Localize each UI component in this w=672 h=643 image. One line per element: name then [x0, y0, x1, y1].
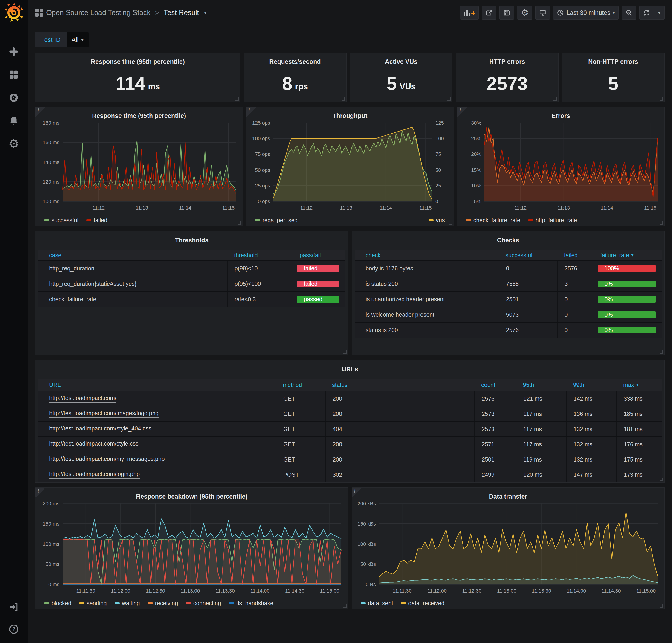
- column-header[interactable]: threshold: [227, 250, 293, 260]
- count-cell: 2501: [474, 452, 516, 467]
- url-link[interactable]: http://test.loadimpact.com/style_404.css: [49, 425, 151, 433]
- resize-handle[interactable]: [344, 604, 347, 608]
- resize-handle[interactable]: [341, 97, 345, 101]
- resize-handle[interactable]: [660, 221, 663, 225]
- breadcrumb-page[interactable]: Test Result: [164, 9, 199, 17]
- resize-handle[interactable]: [344, 350, 347, 354]
- legend-item-tls_handshake[interactable]: tls_handshake: [229, 600, 273, 607]
- check-cell: is unauthorized header present: [354, 292, 499, 307]
- stat-title[interactable]: Non-HTTP errors: [588, 53, 638, 65]
- legend-item-sending[interactable]: sending: [79, 600, 107, 607]
- url-link[interactable]: http://test.loadimpact.com/style.css: [49, 440, 138, 448]
- legend-item-check_failure_rate[interactable]: check_failure_rate: [466, 217, 520, 223]
- legend-item-reqs_per_sec[interactable]: reqs_per_sec: [255, 217, 297, 223]
- legend-item-data_received[interactable]: data_received: [401, 600, 444, 607]
- dashboard-settings-button[interactable]: ⚙: [517, 6, 532, 20]
- column-header[interactable]: failed: [557, 250, 594, 260]
- column-header[interactable]: status: [325, 379, 474, 391]
- panel-info-icon[interactable]: i: [35, 487, 46, 498]
- column-header[interactable]: max▾: [616, 379, 662, 391]
- check-cell: status is 200: [354, 323, 499, 338]
- column-header[interactable]: failure_rate▾: [594, 250, 662, 260]
- column-header[interactable]: method: [276, 379, 325, 391]
- sign-in-icon[interactable]: [8, 602, 19, 612]
- help-icon[interactable]: ?: [8, 624, 19, 635]
- cycle-view-button[interactable]: [535, 6, 550, 20]
- data-transfer-chart[interactable]: 0 Bs50 kBs100 kBs150 kBs200 kBs11:11:301…: [352, 500, 664, 597]
- testid-variable[interactable]: Test ID All ▾: [35, 32, 89, 47]
- resize-handle[interactable]: [660, 350, 663, 354]
- resize-handle[interactable]: [235, 97, 239, 101]
- testid-value-dropdown[interactable]: All ▾: [66, 32, 89, 47]
- panel-info-icon[interactable]: i: [457, 107, 468, 117]
- refresh-interval-button[interactable]: ▾: [654, 6, 664, 20]
- share-button[interactable]: [482, 6, 496, 20]
- panel-info-icon[interactable]: i: [246, 107, 257, 117]
- breadcrumb-dashboard[interactable]: Open Source Load Testing Stack: [46, 9, 150, 17]
- column-header[interactable]: pass/fail: [293, 250, 346, 260]
- explore-compass-icon[interactable]: [8, 92, 19, 103]
- resize-handle[interactable]: [449, 221, 452, 225]
- url-link[interactable]: http://test.loadimpact.com/my_messages.p…: [49, 456, 165, 463]
- legend-item-data_sent[interactable]: data_sent: [361, 600, 393, 607]
- column-header[interactable]: count: [474, 379, 516, 391]
- breadcrumb-caret-icon[interactable]: ▾: [204, 10, 207, 16]
- zoom-out-button[interactable]: [622, 6, 636, 20]
- legend-item-successful[interactable]: successful: [44, 217, 78, 223]
- column-header[interactable]: URL: [38, 379, 276, 391]
- threshold-cell: p(99)<10: [227, 261, 293, 276]
- stat-title[interactable]: HTTP errors: [489, 53, 525, 65]
- grafana-logo-icon[interactable]: [4, 2, 24, 22]
- errors-chart[interactable]: 5%10%15%20%25%30%11:1211:1311:1411:15: [457, 120, 664, 214]
- column-header[interactable]: check: [354, 250, 499, 260]
- response-time-chart[interactable]: 100 ms120 ms140 ms160 ms180 ms11:1211:13…: [35, 120, 242, 214]
- legend-item-vus[interactable]: vus: [428, 217, 445, 223]
- passfail-cell: failed: [293, 261, 346, 276]
- configuration-gear-icon[interactable]: ⚙: [8, 138, 19, 149]
- url-link[interactable]: http://test.loadimpact.com/images/logo.p…: [49, 410, 159, 418]
- resize-handle[interactable]: [660, 478, 663, 481]
- resize-handle[interactable]: [553, 97, 557, 101]
- response-breakdown-chart[interactable]: 0 ms50 ms100 ms150 ms200 ms11:11:3011:12…: [35, 500, 348, 597]
- column-header[interactable]: 95th: [516, 379, 566, 391]
- legend-label: data_sent: [368, 600, 393, 607]
- stat-title[interactable]: Response time (95th percentile): [91, 53, 185, 65]
- legend-item-blocked[interactable]: blocked: [44, 600, 71, 607]
- dashboards-grid-icon[interactable]: [8, 69, 19, 80]
- case-cell: http_req_duration{staticAsset:yes}: [38, 276, 227, 291]
- panel-info-icon[interactable]: i: [35, 107, 46, 117]
- resize-handle[interactable]: [660, 604, 663, 608]
- create-plus-icon[interactable]: [8, 46, 19, 57]
- add-panel-button[interactable]: +: [460, 6, 479, 20]
- url-link[interactable]: http://test.loadimpact.com/login.php: [49, 471, 140, 478]
- save-button[interactable]: [499, 6, 514, 20]
- url-link[interactable]: http://test.loadimpact.com/: [49, 395, 116, 403]
- panel-title[interactable]: Response time (95th percentile): [35, 107, 242, 120]
- panel-title[interactable]: Data transfer: [352, 487, 664, 500]
- legend-item-receiving[interactable]: receiving: [148, 600, 178, 607]
- legend-item-waiting[interactable]: waiting: [115, 600, 140, 607]
- panel-title[interactable]: Errors: [457, 107, 664, 120]
- legend-item-failed[interactable]: failed: [86, 217, 108, 223]
- resize-handle[interactable]: [447, 97, 451, 101]
- legend-item-connecting[interactable]: connecting: [186, 600, 221, 607]
- panel-title[interactable]: Checks: [352, 231, 664, 244]
- panel-title[interactable]: Response beakdown (95th percentile): [35, 487, 348, 500]
- stat-title[interactable]: Active VUs: [385, 53, 417, 65]
- panel-title[interactable]: Thresholds: [35, 231, 348, 244]
- refresh-button[interactable]: [639, 6, 654, 20]
- column-header[interactable]: case: [38, 250, 227, 260]
- column-header[interactable]: successful: [499, 250, 557, 260]
- resize-handle[interactable]: [660, 97, 663, 101]
- panel-title[interactable]: Throughput: [246, 107, 453, 120]
- panel-info-icon[interactable]: i: [352, 487, 362, 498]
- table-row: body is 1176 bytes02576100%: [354, 261, 662, 276]
- column-header[interactable]: 99th: [566, 379, 616, 391]
- time-range-picker[interactable]: Last 30 minutes ▾: [553, 6, 619, 20]
- panel-title[interactable]: URLs: [35, 360, 664, 373]
- legend-item-http_failure_rate[interactable]: http_failure_rate: [528, 217, 577, 223]
- alerting-bell-icon[interactable]: [8, 115, 19, 126]
- resize-handle[interactable]: [238, 221, 241, 225]
- throughput-chart[interactable]: 0 ops25 ops50 ops75 ops100 ops125 ops025…: [246, 120, 453, 214]
- stat-title[interactable]: Requests/second: [269, 53, 321, 65]
